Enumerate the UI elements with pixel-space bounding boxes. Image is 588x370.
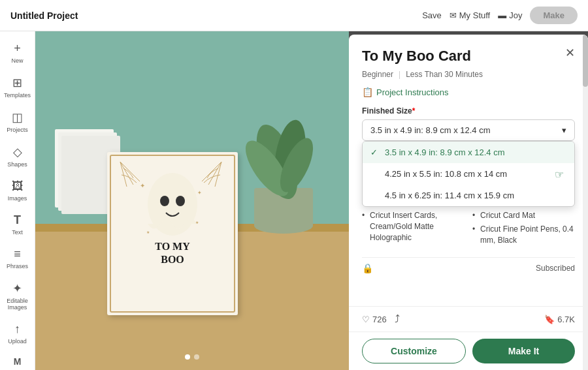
card-image-placeholder: ✦ ✦ ★ ★ TO MY BOO [35,31,349,370]
material-item-1: Cricut Insert Cards, Cream/Gold Matte Ho… [362,210,465,243]
sidebar-item-monogram[interactable]: M Monogram [0,351,35,370]
time-estimate: Less Than 30 Minutes [406,70,483,79]
sidebar-label-upload: Upload [8,338,27,345]
plus-icon: + [14,42,21,55]
dropdown-menu: ✓ 3.5 in x 4.9 in: 8.9 cm x 12.4 cm ☞ 4.… [362,141,575,207]
else-item-1: Cricut Card Mat [472,210,575,221]
likes-count: 726 [372,315,387,324]
size-dropdown: 3.5 in x 4.9 in: 8.9 cm x 12.4 cm ▾ ✓ 3.… [362,119,575,141]
carousel-dots [185,354,199,360]
meta-divider: | [399,70,400,79]
subscribed-text: Subscribed [536,264,575,273]
everything-else-list: Cricut Card Mat Cricut Fine Point Pens, … [472,210,575,245]
sidebar-label-projects: Projects [7,127,28,133]
selected-size-text: 3.5 in x 4.9 in: 8.9 cm x 12.4 cm [370,125,491,135]
bookmark-icon: 🔖 [544,315,555,324]
text-icon: T [14,213,21,227]
finished-size-label: Finished Size* [362,106,575,116]
svg-point-22 [176,196,185,206]
modal-meta: Beginner | Less Than 30 Minutes [362,70,575,79]
saves-count-text: 6.7K [557,315,575,324]
sidebar-item-templates[interactable]: ⊞ Templates [0,70,35,104]
action-bar: ♡ 726 ⤴ 🔖 6.7K [349,306,588,331]
sidebar-label-new: New [11,57,23,64]
carousel-dot-2[interactable] [194,354,199,360]
dropdown-item-1[interactable]: ✓ 3.5 in x 4.9 in: 8.9 cm x 12.4 cm ☞ [363,142,574,163]
make-button[interactable]: Make [530,7,578,24]
sidebar-item-upload[interactable]: ↑ Upload [0,317,35,350]
mystuff-button[interactable]: ✉ My Stuff [449,10,490,20]
cursor-icon: ☞ [555,168,564,180]
makeit-button[interactable]: Make It [472,339,575,363]
sidebar-item-text[interactable]: T Text [0,208,35,241]
editable-images-icon: ✦ [12,281,22,296]
size-option-3: 4.5 in x 6.25 in: 11.4 cm x 15.9 cm [385,191,514,200]
sidebar-item-new[interactable]: + New [0,37,35,69]
phrases-icon: ≡ [14,247,21,261]
templates-icon: ⊞ [12,76,22,90]
subscribed-bar: 🔒 Subscribed [362,257,575,279]
sidebar-item-shapes[interactable]: ◇ Shapes [0,140,35,173]
sidebar-item-images[interactable]: 🖼 Images [0,174,35,207]
size-option-2: 4.25 in x 5.5 in: 10.8 cm x 14 cm [385,169,507,179]
sidebar-item-phrases[interactable]: ≡ Phrases [0,242,35,275]
images-icon: 🖼 [12,179,24,193]
canvas-area: ✦ ✦ ★ ★ TO MY BOO [35,31,588,370]
device-icon: ▬ [498,10,506,20]
svg-text:BOO: BOO [161,254,184,265]
like-button[interactable]: ♡ 726 [362,315,387,324]
svg-text:★: ★ [195,221,199,224]
sidebar: + New ⊞ Templates ◫ Projects ◇ Shapes 🖼 … [0,31,35,370]
svg-text:✦: ✦ [140,182,145,189]
size-dropdown-button[interactable]: 3.5 in x 4.9 in: 8.9 cm x 12.4 cm ▾ [362,119,575,141]
chevron-down-icon: ▾ [562,125,566,135]
svg-text:✦: ✦ [197,190,202,196]
required-asterisk: * [412,106,416,116]
svg-point-21 [160,196,169,206]
bottom-buttons: Customize Make It [349,331,588,370]
customize-button[interactable]: Customize [362,339,466,363]
heart-icon: ♡ [362,315,370,324]
projects-icon: ◫ [12,110,23,125]
mail-icon: ✉ [449,10,457,20]
share-button[interactable]: ⤴ [395,313,400,325]
difficulty-level: Beginner [362,70,393,79]
project-title: Untitled Project [10,10,422,21]
dropdown-item-3[interactable]: 4.5 in x 6.25 in: 11.4 cm x 15.9 cm [363,185,574,206]
close-button[interactable]: ✕ [561,44,579,62]
action-left: ♡ 726 ⤴ [362,313,400,325]
check-icon: ✓ [370,147,381,157]
upload-icon: ↑ [14,322,20,336]
dropdown-item-2[interactable]: 4.25 in x 5.5 in: 10.8 cm x 14 cm [363,163,574,185]
project-instructions-label: Project Instructions [376,87,449,97]
materials-to-cut-list: Cricut Insert Cards, Cream/Gold Matte Ho… [362,210,465,243]
svg-text:TO MY: TO MY [155,241,190,252]
card-image-area: ✦ ✦ ★ ★ TO MY BOO [35,31,349,370]
modal-title: To My Boo Card [362,48,575,65]
sidebar-label-phrases: Phrases [7,263,28,270]
modal-content: ✕ To My Boo Card Beginner | Less Than 30… [349,35,588,306]
lock-icon: 🔒 [362,263,373,273]
sidebar-label-editable-images: Editable Images [3,298,32,311]
svg-text:★: ★ [146,230,150,234]
else-item-2: Cricut Fine Point Pens, 0.4 mm, Black [472,224,575,246]
save-count: 🔖 6.7K [544,315,575,324]
share-icon: ⤴ [395,313,400,324]
project-instructions-link[interactable]: 📋 Project Instructions [362,87,575,97]
joy-button[interactable]: ▬ Joy [498,10,522,20]
size-option-1: 3.5 in x 4.9 in: 8.9 cm x 12.4 cm [385,147,505,157]
sidebar-item-editable-images[interactable]: ✦ Editable Images [0,276,35,316]
carousel-dot-1[interactable] [185,354,190,360]
shapes-icon: ◇ [13,145,22,159]
monogram-icon: M [14,356,22,367]
sidebar-label-text: Text [12,229,23,236]
sidebar-label-images: Images [8,195,27,202]
clipboard-icon: 📋 [362,87,373,97]
sidebar-label-templates: Templates [4,92,31,99]
sidebar-label-shapes: Shapes [7,161,27,168]
topbar-actions: Save ✉ My Stuff ▬ Joy Make [422,7,578,24]
modal-panel: ✕ To My Boo Card Beginner | Less Than 30… [349,35,588,370]
save-button[interactable]: Save [422,10,442,20]
topbar: Untitled Project Save ✉ My Stuff ▬ Joy M… [0,0,588,31]
sidebar-item-projects[interactable]: ◫ Projects [0,105,35,138]
